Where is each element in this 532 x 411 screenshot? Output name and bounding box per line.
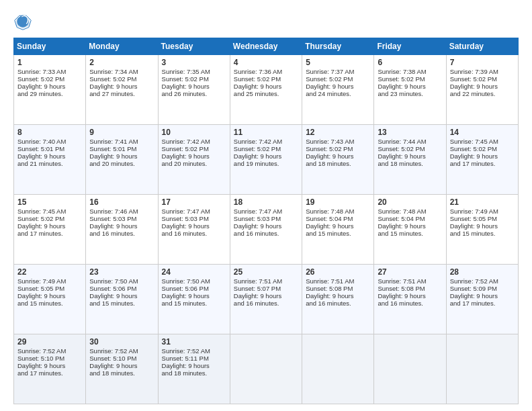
day-number: 9: [89, 128, 154, 137]
day-info-line: Daylight: 9 hours: [162, 152, 226, 160]
day-info-line: Daylight: 9 hours: [306, 292, 370, 300]
day-info-line: Sunset: 5:02 PM: [234, 75, 298, 83]
day-info-line: Daylight: 9 hours: [17, 83, 82, 90]
day-info-line: Daylight: 9 hours: [162, 292, 226, 300]
calendar-cell: 9Sunrise: 7:41 AMSunset: 5:01 PMDaylight…: [86, 125, 158, 195]
day-info-line: Sunrise: 7:37 AM: [306, 68, 370, 75]
day-info-line: Sunset: 5:11 PM: [162, 355, 226, 362]
day-info-line: Daylight: 9 hours: [234, 83, 298, 90]
day-number: 30: [89, 337, 154, 347]
logo-icon: [13, 12, 32, 31]
calendar-cell: 18Sunrise: 7:47 AMSunset: 5:03 PMDayligh…: [230, 195, 302, 265]
day-number: 12: [306, 128, 370, 137]
calendar-week-row: 22Sunrise: 7:49 AMSunset: 5:05 PMDayligh…: [14, 265, 519, 334]
day-info-line: and 20 minutes.: [162, 160, 226, 167]
day-info-line: Sunset: 5:06 PM: [162, 285, 226, 292]
day-info-line: Sunset: 5:08 PM: [306, 285, 370, 292]
calendar-cell: 11Sunrise: 7:42 AMSunset: 5:02 PMDayligh…: [230, 125, 302, 195]
day-info-line: and 15 minutes.: [89, 300, 154, 307]
day-info-line: and 17 minutes.: [450, 300, 515, 307]
day-info-line: and 27 minutes.: [89, 90, 154, 97]
day-info-line: Sunrise: 7:39 AM: [450, 68, 515, 75]
calendar-cell: 23Sunrise: 7:50 AMSunset: 5:06 PMDayligh…: [86, 265, 158, 334]
day-info-line: Daylight: 9 hours: [378, 152, 442, 160]
day-info-line: and 18 minutes.: [378, 160, 442, 167]
calendar-week-row: 15Sunrise: 7:45 AMSunset: 5:02 PMDayligh…: [14, 195, 519, 265]
day-info-line: Sunrise: 7:50 AM: [89, 277, 154, 285]
day-info-line: Sunrise: 7:45 AM: [17, 208, 82, 215]
day-number: 1: [17, 58, 82, 67]
calendar-cell: 5Sunrise: 7:37 AMSunset: 5:02 PMDaylight…: [302, 55, 374, 125]
day-info-line: Sunrise: 7:52 AM: [450, 277, 515, 285]
calendar-cell: 21Sunrise: 7:49 AMSunset: 5:05 PMDayligh…: [446, 195, 518, 265]
day-info-line: Daylight: 9 hours: [89, 362, 154, 369]
day-info-line: and 15 minutes.: [450, 230, 515, 237]
day-info-line: Daylight: 9 hours: [162, 362, 226, 369]
day-number: 16: [89, 197, 154, 207]
day-info-line: Sunrise: 7:41 AM: [89, 138, 154, 145]
calendar-cell: [446, 334, 518, 404]
calendar-cell: 14Sunrise: 7:45 AMSunset: 5:02 PMDayligh…: [446, 125, 518, 195]
day-number: 4: [234, 58, 298, 67]
day-info-line: Daylight: 9 hours: [89, 222, 154, 230]
day-info-line: Sunset: 5:02 PM: [162, 145, 226, 152]
day-number: 21: [450, 197, 515, 207]
day-number: 29: [17, 337, 82, 347]
day-info-line: Daylight: 9 hours: [89, 292, 154, 300]
day-info-line: and 29 minutes.: [17, 90, 82, 97]
day-info-line: and 17 minutes.: [17, 369, 82, 377]
calendar-cell: 19Sunrise: 7:48 AMSunset: 5:04 PMDayligh…: [302, 195, 374, 265]
calendar-cell: 4Sunrise: 7:36 AMSunset: 5:02 PMDaylight…: [230, 55, 302, 125]
day-info-line: Sunrise: 7:35 AM: [162, 68, 226, 75]
calendar-cell: 2Sunrise: 7:34 AMSunset: 5:02 PMDaylight…: [86, 55, 158, 125]
weekday-header: Saturday: [446, 38, 518, 55]
day-info-line: Sunset: 5:03 PM: [234, 215, 298, 222]
day-info-line: Daylight: 9 hours: [234, 152, 298, 160]
day-info-line: and 15 minutes.: [162, 300, 226, 307]
day-number: 15: [17, 197, 82, 207]
day-info-line: and 16 minutes.: [306, 300, 370, 307]
weekday-header: Monday: [86, 38, 158, 55]
day-info-line: Daylight: 9 hours: [450, 292, 515, 300]
calendar-header-row: SundayMondayTuesdayWednesdayThursdayFrid…: [14, 38, 519, 55]
day-info-line: and 18 minutes.: [162, 369, 226, 377]
day-number: 8: [17, 128, 82, 137]
day-info-line: Daylight: 9 hours: [306, 152, 370, 160]
day-info-line: Daylight: 9 hours: [450, 152, 515, 160]
day-number: 11: [234, 128, 298, 137]
day-info-line: and 16 minutes.: [234, 300, 298, 307]
day-info-line: Sunrise: 7:46 AM: [89, 208, 154, 215]
day-info-line: and 19 minutes.: [234, 160, 298, 167]
day-info-line: Sunrise: 7:40 AM: [17, 138, 82, 145]
day-info-line: Sunrise: 7:51 AM: [306, 277, 370, 285]
day-number: 7: [450, 58, 515, 67]
day-info-line: and 18 minutes.: [89, 369, 154, 377]
day-info-line: Sunset: 5:03 PM: [89, 215, 154, 222]
day-info-line: and 16 minutes.: [162, 230, 226, 237]
day-info-line: Sunrise: 7:48 AM: [306, 208, 370, 215]
day-info-line: Sunset: 5:02 PM: [234, 145, 298, 152]
day-info-line: Daylight: 9 hours: [234, 292, 298, 300]
day-info-line: Sunset: 5:02 PM: [89, 75, 154, 83]
calendar-cell: 3Sunrise: 7:35 AMSunset: 5:02 PMDaylight…: [158, 55, 230, 125]
day-info-line: and 24 minutes.: [306, 90, 370, 97]
calendar-cell: 10Sunrise: 7:42 AMSunset: 5:02 PMDayligh…: [158, 125, 230, 195]
day-info-line: Sunrise: 7:43 AM: [306, 138, 370, 145]
day-info-line: Daylight: 9 hours: [89, 83, 154, 90]
day-info-line: Sunset: 5:02 PM: [17, 75, 82, 83]
day-info-line: Sunset: 5:04 PM: [378, 215, 442, 222]
day-number: 13: [378, 128, 442, 137]
calendar-cell: 17Sunrise: 7:47 AMSunset: 5:03 PMDayligh…: [158, 195, 230, 265]
day-info-line: Daylight: 9 hours: [89, 152, 154, 160]
weekday-header: Tuesday: [158, 38, 230, 55]
day-number: 5: [306, 58, 370, 67]
day-info-line: Sunrise: 7:52 AM: [17, 347, 82, 355]
calendar-cell: [374, 334, 446, 404]
day-info-line: and 15 minutes.: [306, 230, 370, 237]
day-info-line: and 17 minutes.: [17, 230, 82, 237]
day-info-line: and 16 minutes.: [378, 300, 442, 307]
day-number: 31: [162, 337, 226, 347]
day-info-line: Sunset: 5:02 PM: [306, 145, 370, 152]
day-info-line: Daylight: 9 hours: [17, 362, 82, 369]
header: [13, 12, 519, 31]
